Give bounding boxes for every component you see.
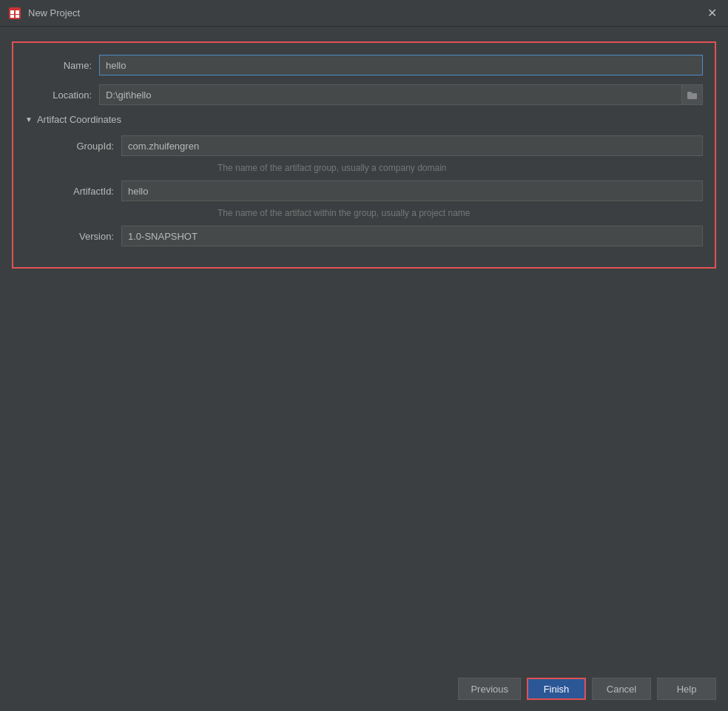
artifactid-row: ArtifactId: [47,181,703,201]
main-form-section: Name: Location: [12,41,716,269]
version-row: Version: [47,226,703,246]
cancel-button[interactable]: Cancel [592,678,651,700]
version-label: Version: [47,231,121,242]
artifact-coordinates-label: Artifact Coordinates [37,114,121,125]
version-input[interactable] [121,226,703,246]
browse-button[interactable] [682,84,703,105]
location-input-group [99,84,703,105]
svg-rect-5 [687,93,697,99]
dialog-title: New Project [28,7,703,18]
new-project-dialog: New Project ✕ Name: Location: [0,0,728,711]
svg-rect-2 [16,10,19,14]
artifact-coordinates-header[interactable]: ▼ Artifact Coordinates [25,114,703,125]
artifactid-hint: The name of the artifact within the grou… [144,208,471,218]
groupid-label: GroupId: [47,141,121,152]
groupid-hint-row: The name of the artifact group, usually … [47,162,703,173]
app-icon [7,6,22,21]
svg-rect-6 [687,92,692,94]
location-label: Location: [25,90,99,101]
name-label: Name: [25,60,99,71]
svg-rect-1 [10,10,14,14]
location-input[interactable] [99,84,682,105]
artifact-fields: GroupId: The name of the artifact group,… [25,135,703,246]
location-row: Location: [25,84,703,105]
close-button[interactable]: ✕ [703,4,721,22]
chevron-down-icon: ▼ [25,115,33,124]
artifactid-label: ArtifactId: [47,186,121,197]
title-bar: New Project ✕ [0,0,728,27]
artifactid-hint-row: The name of the artifact within the grou… [47,207,703,218]
artifact-coordinates-section: ▼ Artifact Coordinates GroupId: The name… [25,114,703,246]
svg-rect-4 [16,15,19,18]
name-row: Name: [25,55,703,75]
artifactid-input[interactable] [121,181,703,201]
dialog-content: Name: Location: [0,27,728,667]
dialog-footer: Previous Finish Cancel Help [0,667,728,711]
groupid-input[interactable] [121,135,703,156]
finish-button[interactable]: Finish [527,678,586,700]
help-button[interactable]: Help [657,678,716,700]
groupid-hint: The name of the artifact group, usually … [144,163,447,173]
svg-rect-3 [10,15,14,18]
groupid-row: GroupId: [47,135,703,156]
previous-button[interactable]: Previous [458,678,521,700]
name-input[interactable] [99,55,703,75]
